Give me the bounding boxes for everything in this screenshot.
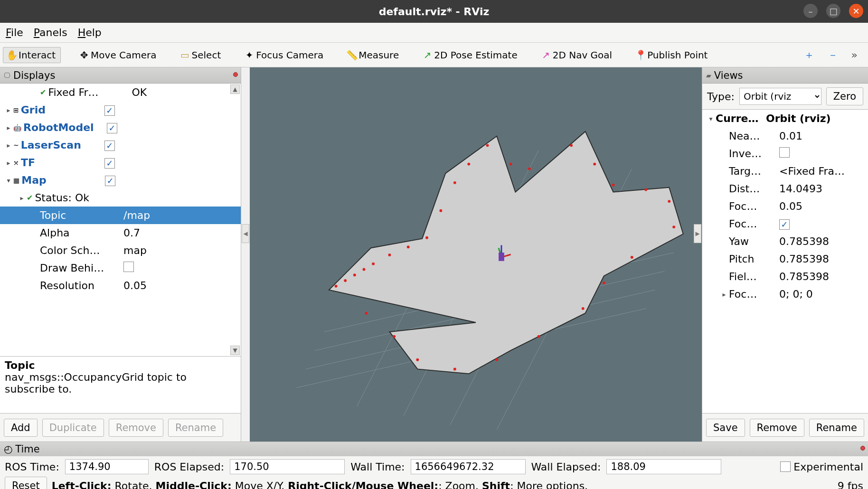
save-button[interactable]: Save (706, 419, 745, 437)
tree-row[interactable]: Color Sch…map (0, 242, 241, 259)
tree-row[interactable]: Yaw0.785398 (702, 233, 868, 250)
displays-tree[interactable]: ▲ ▼ ✔Fixed Fr…OK▸⊞Grid✓▸🤖RobotModel✓▸~La… (0, 84, 241, 356)
wall-time-input[interactable] (411, 459, 526, 474)
row-label: Foc… (729, 218, 776, 230)
tree-row[interactable]: Foc…✓ (702, 215, 868, 233)
row-label: Topic (40, 209, 121, 221)
row-label: Map (21, 174, 102, 186)
time-header[interactable]: ◴ Time (0, 442, 868, 456)
checkbox[interactable] (779, 147, 790, 158)
tree-row[interactable]: Foc…0.05 (702, 197, 868, 215)
ruler-icon: 📏 (348, 51, 356, 59)
tree-row[interactable]: ▸✔Status: Ok (0, 189, 241, 207)
tree-row[interactable]: ▸🤖RobotModel✓ (0, 119, 241, 136)
rename-button[interactable]: Rename (168, 419, 223, 437)
tree-row[interactable]: Nea…0.01 (702, 127, 868, 145)
tree-row[interactable]: Pitch0.785398 (702, 250, 868, 268)
chevron-icon[interactable]: ▾ (706, 115, 716, 122)
duplicate-button[interactable]: Duplicate (42, 419, 104, 437)
menu-help[interactable]: Help (78, 27, 102, 38)
menu-panels[interactable]: Panels (34, 27, 67, 38)
tool-pose-label: 2D Pose Estimate (434, 49, 518, 61)
tool-interact[interactable]: ✋Interact (3, 47, 61, 63)
3d-viewport[interactable] (250, 67, 702, 442)
tree-row[interactable]: Fiel…0.785398 (702, 268, 868, 285)
svg-point-11 (353, 273, 356, 276)
view-type-select[interactable]: Orbit (rviz (739, 88, 821, 105)
toolbar-add-icon[interactable]: ＋ (801, 48, 817, 62)
left-grip-icon[interactable]: ◀ (242, 224, 249, 243)
checkbox[interactable]: ✓ (107, 123, 117, 133)
svg-point-23 (570, 144, 573, 147)
views-rename-button[interactable]: Rename (809, 419, 864, 437)
checkbox[interactable]: ✓ (104, 141, 115, 151)
tool-publish-point[interactable]: 📍Publish Point (632, 47, 713, 63)
tool-move-label: Move Camera (91, 49, 156, 61)
chevron-icon[interactable]: ▸ (4, 106, 13, 114)
wall-elapsed-input[interactable] (606, 459, 721, 474)
remove-button[interactable]: Remove (109, 419, 163, 437)
panel-close-icon[interactable] (233, 72, 238, 77)
displays-header[interactable]: 🖵 Displays (0, 67, 241, 84)
tool-focus-camera[interactable]: ✦Focus Camera (240, 47, 329, 63)
chevron-icon[interactable]: ▸ (719, 291, 729, 298)
tree-row[interactable]: Resolution0.05 (0, 277, 241, 294)
tree-row[interactable]: ▸⤧TF✓ (0, 154, 241, 171)
checkbox[interactable]: ✓ (779, 219, 790, 230)
row-value: /map (121, 209, 241, 221)
tree-row[interactable]: ▾▦Map✓ (0, 171, 241, 189)
map-icon: ▦ (13, 177, 19, 184)
views-remove-button[interactable]: Remove (750, 419, 804, 437)
tool-measure[interactable]: 📏Measure (343, 47, 404, 63)
tree-row[interactable]: Dist…14.0493 (702, 180, 868, 197)
add-button[interactable]: Add (4, 419, 38, 437)
svg-point-19 (467, 163, 470, 166)
scroll-down-icon[interactable]: ▼ (230, 346, 240, 355)
maximize-icon[interactable]: □ (826, 4, 840, 18)
tree-row[interactable]: ▸~LaserScan✓ (0, 136, 241, 154)
experimental-checkbox[interactable] (780, 461, 791, 472)
zero-button[interactable]: Zero (826, 87, 863, 105)
chevron-icon[interactable]: ▸ (4, 124, 13, 132)
views-header[interactable]: ▰ Views (702, 67, 868, 84)
row-label: Pitch (729, 253, 776, 265)
tree-row[interactable]: Topic/map (0, 207, 241, 224)
tree-row[interactable]: Alpha0.7 (0, 224, 241, 242)
tree-row[interactable]: ▸Foc…0; 0; 0 (702, 285, 868, 303)
ros-time-input[interactable] (65, 459, 149, 474)
chevron-icon[interactable]: ▸ (4, 159, 13, 167)
chevron-icon[interactable]: ▾ (4, 177, 13, 184)
minimize-icon[interactable]: – (803, 4, 818, 18)
tree-row[interactable]: ▾Curren…Orbit (rviz) (702, 110, 868, 127)
desc-text: nav_msgs::OccupancyGrid topic to subscri… (5, 371, 236, 395)
chevron-icon[interactable]: ▸ (17, 194, 27, 202)
time-close-icon[interactable] (860, 446, 865, 451)
chevron-icon[interactable]: ▸ (4, 141, 13, 149)
tool-2d-nav-goal[interactable]: ↗2D Nav Goal (537, 47, 617, 63)
ros-elapsed-input[interactable] (230, 459, 345, 474)
scroll-up-icon[interactable]: ▲ (230, 85, 240, 94)
row-label: Yaw (729, 235, 776, 247)
tool-2d-pose-estimate[interactable]: ↗2D Pose Estimate (418, 47, 523, 63)
row-label: RobotModel (23, 122, 104, 133)
tree-row[interactable]: Inve… (702, 145, 868, 162)
views-tree[interactable]: ▾Curren…Orbit (rviz)Nea…0.01Inve…Targ…<F… (702, 109, 868, 413)
tree-row[interactable]: ▸⊞Grid✓ (0, 101, 241, 119)
reset-button[interactable]: Reset (5, 477, 47, 489)
svg-point-31 (582, 307, 585, 310)
checkbox[interactable] (123, 262, 134, 272)
tree-row[interactable]: Targ…<Fixed Fra… (702, 162, 868, 180)
tool-move-camera[interactable]: ✥Move Camera (75, 47, 161, 63)
checkbox[interactable]: ✓ (105, 176, 115, 186)
checkbox[interactable]: ✓ (104, 105, 115, 116)
right-grip-icon[interactable]: ▶ (694, 224, 701, 243)
checkbox[interactable]: ✓ (104, 158, 115, 169)
tree-row[interactable]: ✔Fixed Fr…OK (0, 84, 241, 101)
toolbar-remove-icon[interactable]: － (825, 48, 841, 62)
row-value: 0.05 (776, 200, 868, 212)
tree-row[interactable]: Draw Behi… (0, 259, 241, 277)
menu-file[interactable]: File (6, 27, 23, 38)
tool-select[interactable]: ▭Select (176, 47, 226, 63)
close-icon[interactable]: ✕ (849, 4, 863, 18)
toolbar-overflow-icon[interactable]: » (849, 49, 860, 61)
